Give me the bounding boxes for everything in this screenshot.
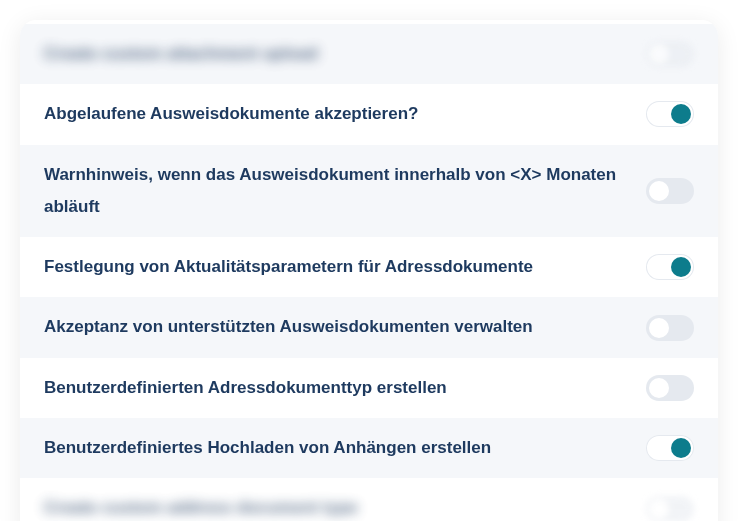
setting-row: Benutzerdefinierten Adressdokumenttyp er… bbox=[20, 358, 718, 418]
setting-label: Benutzerdefinierten Adressdokumenttyp er… bbox=[44, 372, 626, 404]
setting-label: Festlegung von Aktualitätsparametern für… bbox=[44, 251, 626, 283]
setting-toggle[interactable] bbox=[646, 254, 694, 280]
setting-toggle[interactable] bbox=[646, 178, 694, 204]
setting-label: Create custom attachment upload bbox=[44, 38, 626, 70]
toggle-knob bbox=[649, 378, 669, 398]
setting-row: Create custom address document type bbox=[20, 478, 718, 521]
setting-label: Warnhinweis, wenn das Ausweisdokument in… bbox=[44, 159, 626, 224]
setting-toggle[interactable] bbox=[646, 435, 694, 461]
setting-toggle[interactable] bbox=[646, 375, 694, 401]
setting-row: Festlegung von Aktualitätsparametern für… bbox=[20, 237, 718, 297]
setting-label: Benutzerdefiniertes Hochladen von Anhäng… bbox=[44, 432, 626, 464]
setting-row: Create custom attachment upload bbox=[20, 24, 718, 84]
setting-row: Akzeptanz von unterstützten Ausweisdokum… bbox=[20, 297, 718, 357]
setting-row: Warnhinweis, wenn das Ausweisdokument in… bbox=[20, 145, 718, 238]
settings-panel: Create custom attachment upload Abgelauf… bbox=[20, 20, 718, 521]
setting-toggle[interactable] bbox=[646, 496, 694, 521]
toggle-knob bbox=[649, 181, 669, 201]
setting-toggle[interactable] bbox=[646, 315, 694, 341]
setting-row: Benutzerdefiniertes Hochladen von Anhäng… bbox=[20, 418, 718, 478]
setting-toggle[interactable] bbox=[646, 101, 694, 127]
setting-label: Akzeptanz von unterstützten Ausweisdokum… bbox=[44, 311, 626, 343]
toggle-knob bbox=[671, 104, 691, 124]
toggle-knob bbox=[649, 44, 669, 64]
toggle-knob bbox=[671, 438, 691, 458]
setting-label: Abgelaufene Ausweisdokumente akzeptieren… bbox=[44, 98, 626, 130]
toggle-knob bbox=[649, 318, 669, 338]
setting-toggle[interactable] bbox=[646, 41, 694, 67]
toggle-knob bbox=[671, 257, 691, 277]
toggle-knob bbox=[649, 499, 669, 519]
setting-row: Abgelaufene Ausweisdokumente akzeptieren… bbox=[20, 84, 718, 144]
setting-label: Create custom address document type bbox=[44, 492, 626, 521]
